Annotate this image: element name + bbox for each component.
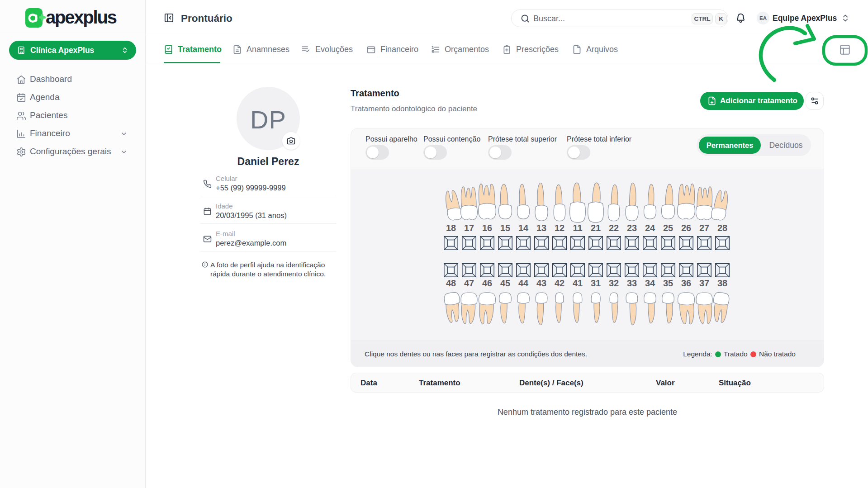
svg-text:25: 25 bbox=[663, 223, 673, 233]
svg-text:43: 43 bbox=[536, 278, 546, 288]
svg-text:44: 44 bbox=[518, 278, 529, 288]
svg-text:35: 35 bbox=[663, 278, 673, 288]
svg-text:48: 48 bbox=[446, 278, 456, 288]
svg-text:37: 37 bbox=[699, 278, 709, 288]
svg-text:33: 33 bbox=[627, 278, 637, 288]
svg-text:24: 24 bbox=[645, 223, 655, 233]
svg-text:42: 42 bbox=[555, 278, 564, 288]
svg-text:32: 32 bbox=[609, 278, 619, 288]
svg-text:18: 18 bbox=[446, 223, 456, 233]
svg-text:17: 17 bbox=[464, 223, 474, 233]
svg-text:11: 11 bbox=[573, 223, 582, 233]
svg-text:28: 28 bbox=[717, 223, 727, 233]
svg-text:38: 38 bbox=[717, 278, 727, 288]
svg-text:21: 21 bbox=[591, 223, 601, 233]
svg-text:31: 31 bbox=[591, 278, 601, 288]
svg-text:16: 16 bbox=[482, 223, 492, 233]
svg-text:22: 22 bbox=[609, 223, 619, 233]
svg-text:45: 45 bbox=[500, 278, 510, 288]
svg-text:26: 26 bbox=[681, 223, 691, 233]
svg-text:36: 36 bbox=[681, 278, 691, 288]
svg-text:13: 13 bbox=[536, 223, 546, 233]
svg-text:34: 34 bbox=[645, 278, 655, 288]
svg-text:47: 47 bbox=[464, 278, 474, 288]
svg-text:12: 12 bbox=[555, 223, 564, 233]
svg-text:23: 23 bbox=[627, 223, 637, 233]
svg-text:41: 41 bbox=[573, 278, 583, 288]
svg-text:15: 15 bbox=[500, 223, 510, 233]
svg-text:27: 27 bbox=[699, 223, 709, 233]
svg-text:14: 14 bbox=[518, 223, 529, 233]
svg-text:46: 46 bbox=[482, 278, 492, 288]
